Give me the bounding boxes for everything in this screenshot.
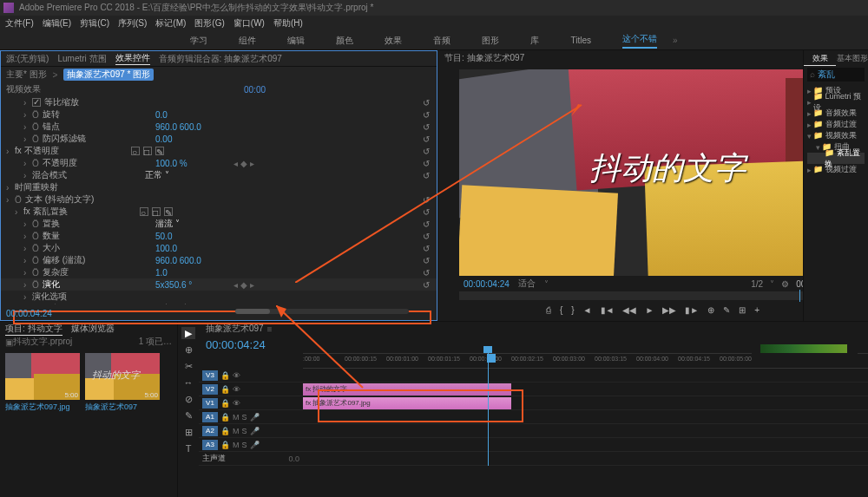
playback-button[interactable]: ▶▶: [662, 305, 676, 315]
effect-item[interactable]: ▸ 📁 视频过渡: [807, 164, 865, 175]
track-header[interactable]: V1🔒👁: [199, 396, 303, 410]
project-tab[interactable]: 媒体浏览器: [71, 323, 115, 335]
workspace-tab[interactable]: 颜色: [336, 35, 353, 47]
tool-button[interactable]: ↔: [181, 376, 195, 389]
menu-item[interactable]: 剪辑(C): [80, 17, 109, 29]
property-row[interactable]: ›Ö固定全部固定 ˅↺: [1, 303, 437, 304]
playback-button[interactable]: }: [571, 305, 574, 315]
timeline-tab[interactable]: 抽象派艺术097: [206, 323, 264, 335]
property-row[interactable]: ›Ö旋转0.0↺: [1, 108, 437, 121]
playback-button[interactable]: ⊕: [707, 305, 714, 315]
track-header[interactable]: A1🔒MS🎤: [199, 410, 303, 424]
menu-item[interactable]: 序列(S): [118, 17, 147, 29]
property-row[interactable]: ›fx 不透明度○□✎↺: [1, 145, 437, 157]
playback-button[interactable]: ▮►: [685, 305, 699, 315]
bin-item[interactable]: 5:00 抽象派艺术097.jpg: [5, 353, 80, 413]
menu-item[interactable]: 帮助(H): [273, 17, 303, 29]
settings-icon[interactable]: ⚙: [781, 279, 789, 289]
menu-item[interactable]: 文件(F): [5, 17, 34, 29]
monitor-tab[interactable]: 节目: 抽象派艺术097: [444, 52, 524, 64]
property-row[interactable]: ›Ö大小100.0↺: [1, 242, 437, 254]
menu-item[interactable]: 编辑(E): [43, 17, 71, 29]
effects-panel: 效果基本图形 ⌕ 紊乱 ▸ 📁 预设▸ 📁 Lumetri 预设▸ 📁 音频效果…: [803, 50, 868, 321]
tool-button[interactable]: T: [181, 442, 195, 454]
track-header[interactable]: V2🔒👁: [199, 383, 303, 396]
bin-item[interactable]: 抖动的文字5:00 抽象派艺术097: [85, 353, 160, 413]
ec-tab[interactable]: 效果控件: [115, 52, 150, 65]
ec-tab[interactable]: Lumetri 范围: [57, 53, 106, 65]
property-row[interactable]: ›Ö置换湍流 ˅↺: [1, 218, 437, 230]
effects-tab[interactable]: 效果: [804, 50, 836, 66]
property-row[interactable]: ›Ö偏移 (湍流)960.0 600.0↺: [1, 254, 437, 266]
tool-button[interactable]: ⊕: [181, 343, 195, 356]
ec-timecode[interactable]: 00:00:04:24: [6, 309, 52, 318]
tool-button[interactable]: ⊘: [181, 393, 195, 405]
workspace-tab[interactable]: 编辑: [287, 35, 305, 47]
playback-button[interactable]: +: [754, 305, 760, 315]
ec-tab[interactable]: 源:(无剪辑): [6, 53, 49, 65]
effect-item[interactable]: ▸ 📁 音频过渡: [807, 119, 865, 130]
tool-button[interactable]: ✂: [181, 360, 195, 372]
track-header[interactable]: 主声道0.0: [199, 452, 303, 466]
property-row[interactable]: ›Ö数量50.0↺: [1, 230, 437, 242]
monitor-zoom[interactable]: 适合: [518, 278, 536, 290]
menu-item[interactable]: 窗口(W): [233, 17, 265, 29]
property-row[interactable]: ›✓等比缩放↺: [1, 96, 437, 108]
property-row[interactable]: ›时间重映射: [1, 181, 437, 193]
playback-button[interactable]: ◀◀: [622, 305, 636, 315]
property-row[interactable]: ›Ö演化5x350.6 °◂ ◆ ▸↺: [1, 278, 437, 291]
bin-icon[interactable]: ▣: [5, 337, 13, 347]
playhead-icon[interactable]: [799, 290, 800, 302]
effect-item[interactable]: ▸ 📁 音频效果: [807, 108, 865, 119]
property-row[interactable]: ›演化选项: [1, 291, 437, 303]
monitor-resolution[interactable]: 1/2: [751, 279, 763, 289]
playback-button[interactable]: ✎: [723, 305, 730, 315]
ec-timeline-head: 视频效果 00:00: [1, 82, 437, 96]
effect-item[interactable]: 📁 紊乱置换: [807, 153, 865, 164]
property-row[interactable]: ›fx 紊乱置换○□✎↺: [1, 206, 437, 218]
property-row[interactable]: ›Ö复杂度1.0↺: [1, 266, 437, 278]
playback-button[interactable]: ▮◄: [601, 305, 615, 315]
monitor-timecode[interactable]: 00:00:04:24: [464, 279, 510, 289]
track-header[interactable]: V3🔒👁: [199, 369, 303, 383]
workspace-tab[interactable]: 组件: [239, 35, 256, 47]
tool-button[interactable]: ⊞: [181, 426, 195, 438]
workspace-menu-icon[interactable]: »: [673, 36, 678, 45]
effects-search[interactable]: ⌕ 紊乱: [807, 68, 865, 82]
track-header[interactable]: A3🔒MS🎤: [199, 438, 303, 452]
effect-item[interactable]: ▸ 📁 Lumetri 预设: [807, 96, 865, 108]
playback-button[interactable]: ►: [645, 305, 654, 315]
workspace-tab[interactable]: 效果: [385, 35, 402, 47]
ec-scrollbar[interactable]: [235, 309, 409, 314]
monitor-scrubber[interactable]: [459, 291, 846, 300]
timeline-menu-icon[interactable]: ≡: [267, 324, 273, 334]
tool-button[interactable]: ✎: [181, 409, 195, 422]
track-header[interactable]: A2🔒MS🎤: [199, 424, 303, 438]
timeline-timecode[interactable]: 00:00:04:24: [206, 338, 266, 351]
workspace-tab[interactable]: 图形: [482, 35, 499, 47]
app-icon: [3, 3, 14, 13]
workspace-tab[interactable]: 学习: [190, 35, 207, 47]
workspace-tab[interactable]: 库: [530, 35, 539, 47]
property-row[interactable]: ›Ö防闪烁滤镜0.00↺: [1, 133, 437, 145]
workspace-tab[interactable]: 音频: [433, 35, 450, 47]
playback-button[interactable]: ⎙: [546, 305, 551, 315]
ec-clip-link[interactable]: 抽象派艺术097 * 图形: [63, 69, 154, 81]
workspace-active[interactable]: 这个不错: [622, 33, 657, 49]
menu-item[interactable]: 标记(M): [155, 17, 186, 29]
effects-tab[interactable]: 基本图形: [836, 50, 868, 66]
property-row[interactable]: ›Ö文本 (抖动的文字)↺: [1, 193, 437, 206]
property-row[interactable]: ›Ö不透明度100.0 %◂ ◆ ▸↺: [1, 157, 437, 169]
tool-button[interactable]: ▶: [181, 327, 195, 339]
property-row[interactable]: ›混合模式正常 ˅↺: [1, 169, 437, 181]
playback-button[interactable]: {: [560, 305, 562, 315]
ec-tab[interactable]: 音频剪辑混合器: 抽象派艺术097: [159, 53, 282, 65]
bin-label: 抽象派艺术097: [85, 400, 160, 413]
monitor-viewport[interactable]: 抖动的文字: [459, 69, 846, 276]
menu-item[interactable]: 图形(G): [194, 17, 224, 29]
effect-item[interactable]: ▾ 📁 视频效果: [807, 130, 865, 141]
playback-button[interactable]: ⊞: [739, 305, 746, 315]
workspace-tab[interactable]: Titles: [570, 36, 591, 45]
property-row[interactable]: ›Ö锚点960.0 600.0↺: [1, 121, 437, 133]
playback-button[interactable]: ◄: [583, 305, 592, 315]
